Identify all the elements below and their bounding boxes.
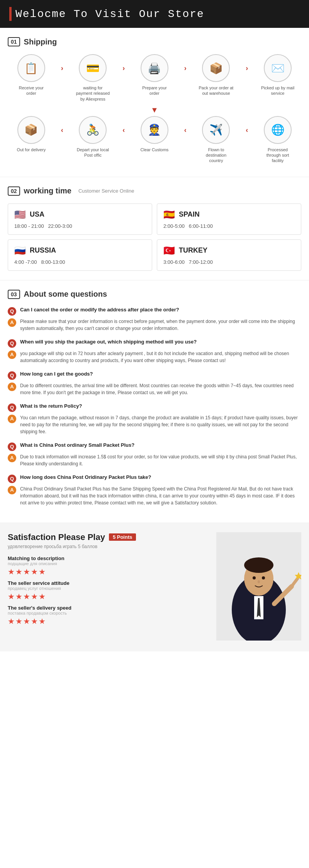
step-icon-outdelivery: 📦: [17, 116, 45, 144]
faq-item-5: Q What is China Post ordinary Small Pack…: [8, 442, 301, 467]
country-card-russia: 🇷🇺 RUSSIA 4:00 -7:00 8:00-13:00: [8, 239, 152, 271]
arrow-5: ‹: [61, 126, 63, 134]
header: Welocme To Visit Our Store: [0, 0, 309, 28]
working-time-section: 02 working time Customer Service Online …: [0, 177, 309, 280]
working-time-title: 02 working time Customer Service Online: [8, 186, 301, 196]
shipping-num: 01: [8, 37, 20, 46]
arrow-7: ‹: [184, 126, 187, 134]
faq-badge-q-5: Q: [8, 443, 16, 451]
working-time-num: 02: [8, 186, 20, 196]
country-name-row-spain: 🇪🇸 SPAIN: [163, 209, 295, 220]
step-payment: 💳 waiting for payment released by Aliexp…: [75, 54, 110, 102]
faq-badge-q-4: Q: [8, 403, 16, 412]
satisfaction-right: [216, 532, 301, 642]
step-customs: 👮 Clear Customs: [137, 116, 172, 152]
country-name-turkey: TURKEY: [179, 246, 207, 255]
rating-stars-3: ★★★★★: [8, 617, 209, 626]
step-label-payment: waiting for payment released by Aliexpre…: [75, 85, 110, 102]
satisfaction-subtitle: удовлетворение просьба играть 5 баллов: [8, 544, 209, 549]
svg-point-7: [262, 576, 265, 579]
faq-item-6: Q How long does China Post Oridinary Pac…: [8, 474, 301, 506]
step-label-depart: Depart your local Post offic: [75, 147, 110, 158]
flag-russia: 🇷🇺: [14, 245, 26, 256]
faq-section: 03 About some questions Q Can I cancel t…: [0, 280, 309, 523]
satisfaction-section: Satisfaction Please Play 5 Points удовле…: [0, 523, 309, 651]
faq-a-text-2: you package will ship out in 72 hours af…: [20, 350, 301, 364]
country-name-row-usa: 🇺🇸 USA: [14, 209, 146, 220]
arrow-down: ▼: [8, 106, 301, 114]
step-pack: 📦 Pack your order at out warehouse: [199, 54, 233, 96]
faq-q-1: Q Can I cancel the order or modify the a…: [8, 307, 301, 316]
country-grid: 🇺🇸 USA 18:00 - 21:00 22:00-3:00 🇪🇸 SPAIN…: [8, 203, 301, 271]
step-icon-pickup: ✉️: [264, 54, 292, 82]
flag-spain: 🇪🇸: [163, 209, 175, 220]
shipping-row-2: 📦 Out for delivery ‹ 🚴 Depart your local…: [8, 116, 301, 164]
step-label-pickup: Picked up by mail service: [260, 85, 295, 96]
faq-q-text-3: How long can I get the goods?: [20, 371, 93, 377]
country-name-row-russia: 🇷🇺 RUSSIA: [14, 245, 146, 256]
step-icon-flown: ✈️: [202, 116, 230, 144]
country-name-row-turkey: 🇹🇷 TURKEY: [163, 245, 295, 256]
svg-point-6: [253, 576, 256, 579]
satisfaction-title-text: Satisfaction Please Play: [8, 532, 105, 542]
step-receive: 📋 Receive your order: [14, 54, 49, 96]
step-label-outdelivery: Out for delivery: [17, 147, 46, 152]
faq-badge-a-3: A: [8, 383, 16, 391]
rating-label-2: The seller service attitude: [8, 580, 209, 586]
arrow-4: ›: [246, 64, 248, 72]
faq-a-text-6: China Post Oridinary Small Packet Plus h…: [20, 485, 301, 506]
country-name-usa: USA: [30, 210, 44, 219]
faq-q-6: Q How long does China Post Oridinary Pac…: [8, 474, 301, 483]
faq-q-text-1: Can I cancel the order or modify the add…: [20, 307, 179, 313]
step-icon-depart: 🚴: [79, 116, 107, 144]
faq-badge-a-6: A: [8, 486, 16, 494]
rating-sublabel-2: продавец услуг отношения: [8, 586, 209, 591]
faq-a-text-4: You can return the package, without reas…: [20, 414, 301, 435]
country-name-spain: SPAIN: [179, 210, 200, 219]
faq-item-2: Q When will you ship the package out, wh…: [8, 339, 301, 364]
faq-a-1: A Please make sure that your order infor…: [8, 318, 301, 332]
satisfaction-title: Satisfaction Please Play 5 Points: [8, 532, 209, 542]
step-icon-payment: 💳: [79, 54, 107, 82]
faq-q-5: Q What is China Post ordinary Small Pack…: [8, 442, 301, 451]
faq-q-text-5: What is China Post ordinary Small Packet…: [20, 442, 134, 448]
rating-item-1: Matching to description подщащие для опи…: [8, 555, 209, 576]
faq-a-text-1: Please make sure that your order informa…: [20, 318, 301, 332]
faq-a-4: A You can return the package, without re…: [8, 414, 301, 435]
satisfaction-left: Satisfaction Please Play 5 Points удовле…: [8, 532, 209, 630]
step-label-sort: Processed through sort facility: [260, 147, 295, 164]
step-flown: ✈️ Flown to destination country: [199, 116, 233, 164]
faq-a-6: A China Post Oridinary Small Packet Plus…: [8, 485, 301, 506]
step-prepare: 🖨️ Prepare your order: [137, 54, 172, 96]
faq-item-4: Q What is the return Policy? A You can r…: [8, 403, 301, 435]
rating-stars-2: ★★★★★: [8, 592, 209, 601]
svg-point-5: [244, 557, 273, 573]
faq-a-text-3: Due to different countries, the arrival …: [20, 382, 301, 396]
faq-q-4: Q What is the return Policy?: [8, 403, 301, 412]
step-icon-receive: 📋: [17, 54, 45, 82]
faq-badge-a-4: A: [8, 415, 16, 423]
step-label-customs: Clear Customs: [141, 147, 169, 152]
rating-item-2: The seller service attitude продавец усл…: [8, 580, 209, 601]
arrow-6: ‹: [122, 126, 125, 134]
country-name-russia: RUSSIA: [30, 246, 56, 255]
faq-a-5: A Due to track information will increase…: [8, 453, 301, 467]
header-accent: [9, 7, 12, 21]
rating-stars-1: ★★★★★: [8, 567, 209, 576]
rating-sublabel-3: поставка продавцом скорость: [8, 611, 209, 615]
step-icon-prepare: 🖨️: [141, 54, 168, 82]
shipping-label: Shipping: [24, 38, 57, 46]
header-title: Welocme To Visit Our Store: [15, 8, 204, 20]
country-hours-russia: 4:00 -7:00 8:00-13:00: [14, 259, 146, 265]
step-label-prepare: Prepare your order: [137, 85, 172, 96]
country-hours-usa: 18:00 - 21:00 22:00-3:00: [14, 223, 146, 229]
shipping-section: 01 Shipping 📋 Receive your order › 💳 wai…: [0, 28, 309, 177]
svg-point-8: [258, 580, 260, 583]
faq-title: 03 About some questions: [8, 290, 301, 299]
shipping-row-1: 📋 Receive your order › 💳 waiting for pay…: [8, 54, 301, 102]
faq-badge-a-5: A: [8, 454, 16, 462]
flag-usa: 🇺🇸: [14, 209, 26, 220]
flag-turkey: 🇹🇷: [163, 245, 175, 256]
step-label-pack: Pack your order at out warehouse: [199, 85, 233, 96]
faq-a-3: A Due to different countries, the arriva…: [8, 382, 301, 396]
